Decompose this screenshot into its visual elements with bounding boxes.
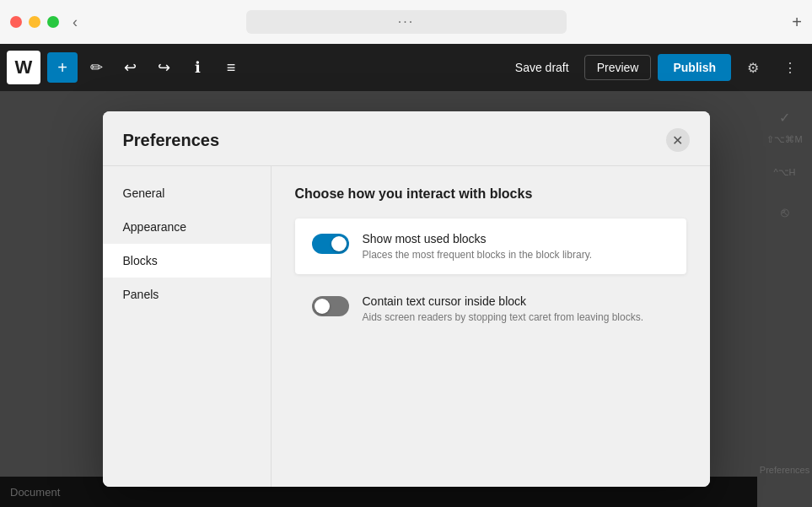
toggle-track-on[interactable] — [312, 234, 349, 254]
wp-logo[interactable]: W — [7, 51, 40, 84]
save-draft-button[interactable]: Save draft — [507, 56, 578, 79]
modal-content-area: Choose how you interact with blocks Show… — [272, 166, 710, 487]
toggle-label-cursor: Contain text cursor inside block — [363, 294, 669, 308]
undo-icon: ↩ — [124, 58, 137, 77]
toggle-track-off[interactable] — [312, 296, 349, 316]
toggle-row-most-used: Show most used blocks Places the most fr… — [295, 218, 686, 274]
nav-item-blocks[interactable]: Blocks — [103, 244, 271, 278]
toggle-text-cursor[interactable] — [312, 296, 349, 316]
toggle-desc-most-used: Places the most frequent blocks in the b… — [363, 249, 669, 261]
preview-button[interactable]: Preview — [584, 55, 652, 80]
redo-button[interactable]: ↪ — [148, 52, 179, 83]
address-bar[interactable]: ··· — [246, 10, 567, 34]
toggle-text-cursor-text: Contain text cursor inside block Aids sc… — [363, 294, 669, 323]
modal-title: Preferences — [123, 131, 220, 150]
info-button[interactable]: ℹ — [182, 52, 212, 83]
ellipsis-icon: ⋮ — [783, 60, 797, 76]
toggle-most-used[interactable] — [312, 234, 349, 254]
edit-button[interactable]: ✏ — [81, 52, 111, 83]
plus-icon: + — [57, 58, 67, 78]
toggle-thumb — [331, 236, 347, 251]
info-icon: ℹ — [195, 58, 201, 77]
settings-button[interactable]: ⚙ — [738, 52, 768, 83]
modal-sidebar-nav: General Appearance Blocks Panels — [103, 166, 272, 487]
nav-item-appearance[interactable]: Appearance — [103, 210, 271, 244]
preferences-modal: Preferences ✕ General Appearance Blocks — [103, 111, 710, 487]
toolbar-right: Save draft Preview Publish ⚙ ⋮ — [507, 52, 805, 83]
new-tab-button[interactable]: + — [792, 13, 802, 32]
title-bar: ‹ ··· + — [0, 0, 812, 44]
gear-icon: ⚙ — [747, 60, 759, 76]
maximize-button[interactable] — [47, 16, 59, 28]
modal-header: Preferences ✕ — [103, 111, 710, 166]
address-bar-content: ··· — [398, 14, 414, 30]
toggle-text-most-used: Show most used blocks Places the most fr… — [363, 232, 669, 261]
undo-button[interactable]: ↩ — [115, 52, 145, 83]
modal-overlay: Preferences ✕ General Appearance Blocks — [0, 91, 812, 507]
nav-item-general[interactable]: General — [103, 176, 271, 210]
wp-logo-text: W — [15, 57, 33, 78]
add-block-button[interactable]: + — [47, 52, 78, 83]
content-heading: Choose how you interact with blocks — [295, 186, 686, 202]
toggle-row-text-cursor: Contain text cursor inside block Aids sc… — [295, 281, 686, 337]
nav-item-panels[interactable]: Panels — [103, 278, 271, 311]
pencil-icon: ✏ — [90, 58, 103, 77]
modal-body: General Appearance Blocks Panels Choose … — [103, 166, 710, 487]
close-icon: ✕ — [672, 132, 683, 148]
close-button[interactable] — [10, 16, 22, 28]
toggle-desc-cursor: Aids screen readers by stopping text car… — [363, 311, 669, 323]
main-content: ✓ ⇧⌥⌘M ^⌥H ⎋ Document Preferences Prefer… — [0, 91, 812, 507]
more-options-button[interactable]: ⋮ — [775, 52, 805, 83]
back-button[interactable]: ‹ — [73, 13, 78, 31]
toggle-label-most-used: Show most used blocks — [363, 232, 669, 245]
minimize-button[interactable] — [29, 16, 40, 28]
wp-toolbar: W + ✏ ↩ ↪ ℹ ≡ Save draft Preview Publish… — [0, 44, 812, 91]
list-icon: ≡ — [227, 59, 236, 77]
toggle-thumb-2 — [315, 299, 330, 314]
modal-close-button[interactable]: ✕ — [666, 128, 690, 152]
traffic-lights — [10, 16, 59, 28]
publish-button[interactable]: Publish — [658, 54, 731, 81]
list-view-button[interactable]: ≡ — [216, 52, 246, 83]
redo-icon: ↪ — [158, 58, 170, 77]
